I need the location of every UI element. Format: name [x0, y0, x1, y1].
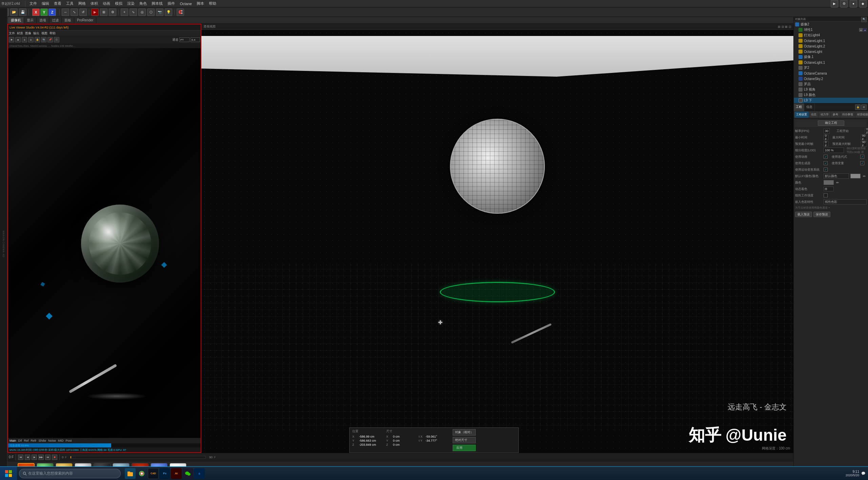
obj-visible[interactable]: ●	[859, 28, 863, 32]
obj-cam2[interactable]: 摄像2	[794, 22, 868, 27]
move-tool[interactable]: ↔	[62, 8, 69, 16]
bg-color-swatch[interactable]	[850, 174, 861, 178]
prop-layer-btn[interactable]: ⊞	[861, 104, 867, 110]
obj-octcam[interactable]: OctaneCamera	[794, 71, 868, 76]
lv-value-input[interactable]: 0.4	[191, 37, 200, 42]
menu-tools[interactable]: 工具	[65, 1, 75, 6]
scene-3d-viewport[interactable]: 透视视图 ⊞ ⊟ ⊠ ⊡	[201, 24, 793, 453]
timeline-start-btn[interactable]: ⏮	[18, 455, 23, 460]
lv-tab-ref[interactable]: Ref	[24, 439, 29, 442]
taskbar-search-bar[interactable]: 在这里输入您想搜索的内容	[19, 469, 121, 478]
obj-octlight4[interactable]: OctaneLight.1	[794, 60, 868, 65]
start-button[interactable]	[0, 467, 17, 480]
snap-btn[interactable]: 🧲	[177, 8, 184, 16]
stab-ref[interactable]: 参考	[831, 112, 840, 118]
menu-plugin[interactable]: 插件	[166, 1, 176, 6]
taskbar-cinema4d[interactable]: C4D	[148, 468, 159, 479]
tab-prorender[interactable]: ProRender	[74, 17, 96, 23]
lv-menu-out[interactable]: 输出	[33, 31, 39, 36]
lv-lock-btn[interactable]: 🔒	[35, 37, 40, 42]
lv-tab-mid[interactable]: MID	[58, 439, 64, 442]
lv-tab-dif[interactable]: Dif	[18, 439, 22, 442]
scale-tool[interactable]: ⤡	[71, 8, 78, 16]
taskbar-ai[interactable]: Ai	[171, 468, 182, 479]
construct-project-btn[interactable]: 确立工程	[818, 120, 844, 126]
timeline-scrubber[interactable]	[70, 456, 206, 459]
obj-light4[interactable]: 灯光Light4	[794, 33, 868, 38]
lv-menu-file[interactable]: 文件	[9, 31, 15, 36]
menu-render[interactable]: 渲染	[126, 1, 136, 6]
stab-project[interactable]: 工程设置	[794, 112, 809, 118]
taskbar-app5[interactable]	[182, 468, 193, 479]
obj-lopin[interactable]: 罗品	[794, 81, 868, 87]
obj-octsky[interactable]: OctaneSky.2	[794, 76, 868, 81]
prop-tab-project[interactable]: 工程	[794, 103, 804, 111]
timeline-end-btn[interactable]: ⏭	[45, 455, 51, 460]
timeline-play-btn[interactable]: ▶	[32, 455, 37, 460]
timeline-next-btn[interactable]: ▶▶	[38, 455, 44, 460]
lv-reset-btn[interactable]: B	[28, 37, 34, 42]
bg-color-edit[interactable]: ✏	[862, 174, 867, 178]
add-deform-btn[interactable]: ⬡	[147, 8, 155, 16]
lv-tab-main[interactable]: Main	[9, 439, 16, 442]
lv-tab-shdw[interactable]: Shdw	[39, 439, 46, 442]
menu-edit[interactable]: 编辑	[40, 1, 51, 6]
obj-cam1[interactable]: 摄像.1	[794, 54, 868, 60]
cs-select[interactable]: 线性色彩	[824, 199, 867, 205]
add-object-btn[interactable]: +	[121, 8, 128, 16]
stab-todo[interactable]: 待办事项	[841, 112, 855, 118]
save-btn[interactable]: 💾	[19, 8, 26, 16]
open-btn[interactable]: 📂	[10, 8, 18, 16]
import-preset-btn[interactable]: 载入预设	[795, 212, 812, 217]
taskbar-ps[interactable]: Ps	[159, 468, 170, 479]
coord-obj-select[interactable]: 对象（相对）	[453, 429, 476, 436]
lv-menu-mat[interactable]: 材质	[17, 31, 23, 36]
obj-l9-view[interactable]: L9 视角	[794, 87, 868, 92]
timeline-prev-btn[interactable]: ◀	[25, 455, 30, 460]
coord-apply-btn[interactable]: 应用	[453, 445, 476, 451]
top-icon-1[interactable]: ▶	[831, 0, 838, 7]
stab-matlink[interactable]: 材质链接	[855, 112, 868, 118]
fps-value[interactable]: 30	[824, 128, 830, 134]
obj-l9-color[interactable]: L9 颜色	[794, 92, 868, 98]
lv-tab-noise[interactable]: Noise	[48, 439, 56, 442]
lv-pin-btn[interactable]: 📌	[47, 37, 53, 42]
menu-view[interactable]: 查看	[53, 1, 63, 6]
menu-anim[interactable]: 动画	[101, 1, 112, 6]
render-region-btn[interactable]: ⊞	[100, 8, 107, 16]
prev-max-value[interactable]: 90 F	[861, 141, 867, 147]
render-btn[interactable]: ▶	[91, 8, 99, 16]
coord-size-btn[interactable]: 绝对尺寸	[453, 437, 476, 443]
taskbar-chrome[interactable]	[136, 468, 147, 479]
lv-channel-select[interactable]: PT	[179, 37, 190, 42]
add-light-btn[interactable]: 💡	[165, 8, 172, 16]
tab-filter[interactable]: 过滤	[49, 17, 62, 23]
max-time-value[interactable]: 90 F	[861, 135, 867, 140]
menu-mesh[interactable]: 网格	[77, 1, 87, 6]
obj-l9-down[interactable]: L9 下	[794, 98, 868, 103]
taskbar-app6[interactable]: e	[194, 468, 205, 479]
use-anim-check[interactable]	[824, 155, 828, 159]
lv-play-btn[interactable]: ▶	[9, 37, 14, 42]
tab-display[interactable]: 显示	[24, 17, 37, 23]
timeline-record-btn[interactable]: ⏺	[52, 455, 57, 460]
lv-pause-btn[interactable]: ⏸	[22, 37, 27, 42]
tab-panel[interactable]: 面板	[62, 17, 74, 23]
obj-filter-btn[interactable]: 🔍	[861, 17, 867, 22]
obj-octlight3[interactable]: OctaneLight	[794, 49, 868, 54]
tab-options[interactable]: 选项	[37, 17, 49, 23]
lv-tab-post[interactable]: Post	[66, 439, 72, 442]
wireframe-torus[interactable]	[440, 282, 555, 302]
lv-stop-btn[interactable]: ■	[15, 37, 21, 42]
color-swatch[interactable]	[824, 180, 834, 185]
dyn-value[interactable]: 停	[824, 187, 834, 191]
menu-octane[interactable]: Octane	[178, 2, 193, 6]
stab-info[interactable]: 信息	[809, 112, 818, 118]
render-settings-btn[interactable]: ⚙	[109, 8, 116, 16]
tab-camera[interactable]: 摄像机	[8, 17, 24, 23]
prop-lock-btn[interactable]: 🔒	[855, 104, 861, 110]
top-icon-3[interactable]: ●	[850, 0, 857, 7]
use-var-check[interactable]	[860, 161, 864, 165]
menu-file[interactable]: 文件	[28, 1, 38, 6]
top-icon-2[interactable]: ⚙	[840, 0, 848, 7]
